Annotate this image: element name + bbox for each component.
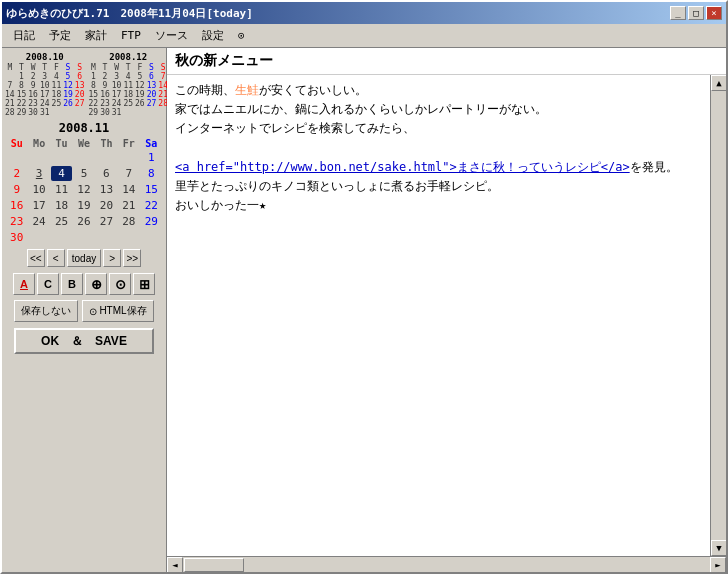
nov-d16[interactable]: 16 (6, 198, 27, 213)
dec-d13[interactable]: 13 (146, 81, 158, 90)
dec-d22[interactable]: 22 (87, 99, 99, 108)
nov-d24[interactable]: 24 (28, 214, 49, 229)
nov-d2[interactable]: 2 (6, 166, 27, 181)
nov-d13[interactable]: 13 (96, 182, 117, 197)
nov-d17[interactable]: 17 (28, 198, 49, 213)
font-color-button[interactable]: A (13, 273, 35, 295)
oct-d11[interactable]: 10 (39, 81, 51, 90)
menu-settings[interactable]: 設定 (195, 25, 231, 46)
nov-d25[interactable]: 25 (51, 214, 72, 229)
no-save-button[interactable]: 保存しない (14, 300, 78, 322)
clear-format-button[interactable]: C (37, 273, 59, 295)
dec-d9[interactable]: 9 (99, 81, 111, 90)
nov-d27[interactable]: 27 (96, 214, 117, 229)
today-button[interactable]: today (67, 249, 101, 267)
scroll-up-button[interactable]: ▲ (711, 75, 726, 91)
oct-d26[interactable]: 25 (51, 99, 63, 108)
oct-d21[interactable]: 20 (74, 90, 86, 99)
oct-d25[interactable]: 24 (39, 99, 51, 108)
oct-d3[interactable]: 2 (27, 72, 39, 81)
nov-d23[interactable]: 23 (6, 214, 27, 229)
dec-d10[interactable]: 10 (111, 81, 123, 90)
oct-d2[interactable]: 1 (16, 72, 28, 81)
oct-d30[interactable]: 29 (16, 108, 28, 117)
nov-d21[interactable]: 21 (118, 198, 139, 213)
nov-d6[interactable]: 6 (96, 166, 117, 181)
next-next-button[interactable]: >> (123, 249, 141, 267)
oct-d13[interactable]: 12 (62, 81, 74, 90)
oct-d14[interactable]: 13 (74, 81, 86, 90)
nov-d7[interactable]: 7 (118, 166, 139, 181)
dec-d16[interactable]: 16 (99, 90, 111, 99)
menu-schedule[interactable]: 予定 (42, 25, 78, 46)
dec-d17[interactable]: 17 (111, 90, 123, 99)
oct-d27[interactable]: 26 (62, 99, 74, 108)
next-button[interactable]: > (103, 249, 121, 267)
oct-d4[interactable]: 3 (39, 72, 51, 81)
menu-source[interactable]: ソース (148, 25, 195, 46)
dec-d25[interactable]: 25 (122, 99, 134, 108)
h-scroll-thumb[interactable] (184, 558, 244, 572)
oct-d12[interactable]: 11 (51, 81, 63, 90)
dec-d6[interactable]: 6 (146, 72, 158, 81)
maximize-button[interactable]: □ (688, 6, 704, 20)
dec-d24[interactable]: 24 (111, 99, 123, 108)
oct-d17[interactable]: 16 (27, 90, 39, 99)
oct-d9[interactable]: 8 (16, 81, 28, 90)
dec-d27[interactable]: 27 (146, 99, 158, 108)
nov-d19[interactable]: 19 (73, 198, 94, 213)
oct-d15[interactable]: 14 (4, 90, 16, 99)
nov-d9[interactable]: 9 (6, 182, 27, 197)
dec-d19[interactable]: 19 (134, 90, 146, 99)
oct-d19[interactable]: 18 (51, 90, 63, 99)
dec-d11[interactable]: 11 (122, 81, 134, 90)
editor-content[interactable]: この時期、生鮭が安くておいしい。 家ではムニエルにか、鍋に入れるかくらいしかレパ… (167, 75, 710, 556)
dec-d31[interactable]: 31 (111, 108, 123, 117)
menu-ftp[interactable]: FTP (114, 26, 148, 45)
oct-d6[interactable]: 5 (62, 72, 74, 81)
oct-d7[interactable]: 6 (74, 72, 86, 81)
oct-d32[interactable]: 31 (39, 108, 51, 117)
link-button[interactable]: ⊕ (85, 273, 107, 295)
oct-d31[interactable]: 30 (27, 108, 39, 117)
scroll-left-button[interactable]: ◄ (167, 557, 183, 573)
dec-d2[interactable]: 2 (99, 72, 111, 81)
close-button[interactable]: × (706, 6, 722, 20)
nov-d30[interactable]: 30 (6, 230, 27, 245)
nov-d12[interactable]: 12 (73, 182, 94, 197)
nov-d3[interactable]: 3 (28, 166, 49, 181)
oct-d22[interactable]: 21 (4, 99, 16, 108)
nov-d1[interactable]: 1 (141, 150, 162, 165)
menu-diary[interactable]: 日記 (6, 25, 42, 46)
dec-d1[interactable]: 1 (87, 72, 99, 81)
menu-help[interactable]: ⊙ (231, 26, 252, 45)
bold-button[interactable]: B (61, 273, 83, 295)
scroll-track[interactable] (711, 91, 726, 540)
dec-d12[interactable]: 12 (134, 81, 146, 90)
dec-d23[interactable]: 23 (99, 99, 111, 108)
dec-d15[interactable]: 15 (87, 90, 99, 99)
menu-accounting[interactable]: 家計 (78, 25, 114, 46)
oct-d28[interactable]: 27 (74, 99, 86, 108)
dec-d29[interactable]: 29 (87, 108, 99, 117)
html-save-button[interactable]: ⊙ HTML保存 (82, 300, 153, 322)
nov-d18[interactable]: 18 (51, 198, 72, 213)
oct-d24[interactable]: 23 (27, 99, 39, 108)
oct-d29[interactable]: 28 (4, 108, 16, 117)
nov-d11[interactable]: 11 (51, 182, 72, 197)
scroll-right-button[interactable]: ► (710, 557, 726, 573)
ok-save-button[interactable]: OK ＆ SAVE (14, 328, 154, 354)
nov-d10[interactable]: 10 (28, 182, 49, 197)
nov-d26[interactable]: 26 (73, 214, 94, 229)
nov-d20[interactable]: 20 (96, 198, 117, 213)
oct-d18[interactable]: 17 (39, 90, 51, 99)
dec-d4[interactable]: 4 (122, 72, 134, 81)
dec-d30[interactable]: 30 (99, 108, 111, 117)
dec-d26[interactable]: 26 (134, 99, 146, 108)
h-scroll-track[interactable] (183, 557, 710, 573)
dec-d20[interactable]: 20 (146, 90, 158, 99)
oct-d1[interactable] (4, 72, 16, 81)
table-button[interactable]: ⊞ (133, 273, 155, 295)
scroll-down-button[interactable]: ▼ (711, 540, 726, 556)
image-button[interactable]: ⊙ (109, 273, 131, 295)
